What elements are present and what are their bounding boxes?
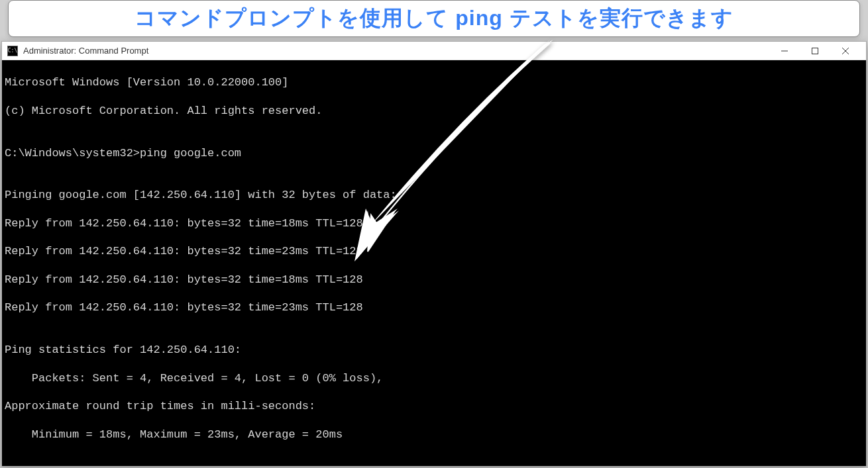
terminal-output[interactable]: Microsoft Windows [Version 10.0.22000.10… [2,60,866,466]
command-prompt-window: C:\ Administrator: Command Prompt [1,41,867,467]
close-icon [841,47,849,55]
close-button[interactable] [830,42,861,60]
maximize-button[interactable] [800,42,830,60]
terminal-line: Minimum = 18ms, Maximum = 23ms, Average … [5,428,863,442]
svg-rect-1 [812,48,818,54]
cmd-icon: C:\ [7,46,18,56]
window-titlebar[interactable]: C:\ Administrator: Command Prompt [2,42,866,60]
terminal-line: (c) Microsoft Corporation. All rights re… [5,104,863,118]
terminal-line: Approximate round trip times in milli-se… [5,399,863,413]
minimize-icon [781,47,788,55]
terminal-line: Reply from 142.250.64.110: bytes=32 time… [5,244,863,258]
window-controls [769,42,861,60]
terminal-line: Reply from 142.250.64.110: bytes=32 time… [5,301,863,314]
terminal-line: Ping statistics for 142.250.64.110: [5,343,863,357]
terminal-line: Pinging google.com [142.250.64.110] with… [5,188,863,202]
terminal-line: Reply from 142.250.64.110: bytes=32 time… [5,216,863,230]
annotation-banner: コマンドプロンプトを使用して ping テストを実行できます [8,0,860,37]
terminal-line: Packets: Sent = 4, Received = 4, Lost = … [5,371,863,385]
annotation-text: コマンドプロンプトを使用して ping テストを実行できます [135,4,733,33]
terminal-line: Microsoft Windows [Version 10.0.22000.10… [5,75,863,89]
terminal-line: C:\Windows\system32>ping google.com [5,146,863,160]
terminal-line: Reply from 142.250.64.110: bytes=32 time… [5,273,863,287]
maximize-icon [811,47,819,55]
window-title: Administrator: Command Prompt [23,46,769,56]
minimize-button[interactable] [769,42,800,60]
